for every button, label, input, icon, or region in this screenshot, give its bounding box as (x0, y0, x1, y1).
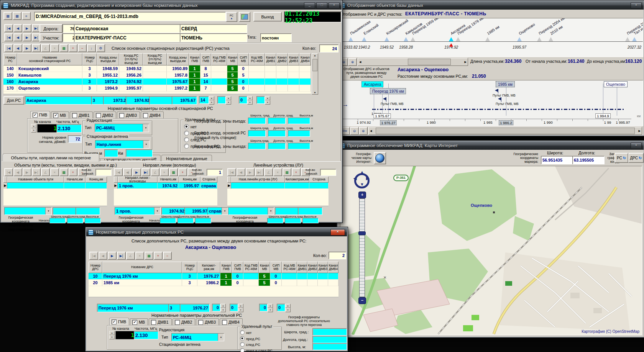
p1-object-combo[interactable]: ▼ (4, 207, 52, 215)
p2-line-combo[interactable]: 1 пров.▼ (115, 207, 161, 215)
p2-lat1[interactable] (160, 218, 176, 223)
longitude-field[interactable]: 63.195505 (572, 156, 605, 164)
table-row[interactable]: 140Кокшаровский31948.591949.521950.89185… (3, 65, 311, 72)
dop-rs-sip-mv-field[interactable] (256, 96, 265, 104)
checkbox-unchecked-icon[interactable] (151, 320, 156, 325)
p1-start-field[interactable] (53, 207, 77, 215)
spin-up-icon[interactable]: ▲ (31, 124, 36, 128)
geo-entry-lon-field[interactable] (268, 118, 286, 124)
prev-icon-button[interactable]: ◀ (13, 44, 22, 52)
geo-entry-h-field[interactable] (288, 118, 310, 124)
map-button[interactable] (239, 12, 250, 22)
table-row[interactable]: 201985 км31986.21050 (89, 280, 338, 286)
cancel-icon-button[interactable]: × (273, 168, 282, 176)
prev-icon-button[interactable]: ◀ (13, 33, 22, 41)
gear-icon-button[interactable]: ⚙ (96, 44, 105, 52)
band-tab-ДМВ2[interactable]: ДМВ2 (94, 111, 117, 119)
next-icon-button[interactable]: ▶ (23, 44, 31, 52)
p1-end-field[interactable] (76, 207, 100, 215)
band-tab-ДМВ3[interactable]: ДМВ3 (196, 318, 219, 326)
station-marker[interactable] (362, 37, 366, 41)
checkbox-unchecked-icon[interactable] (119, 113, 124, 118)
drs-ch-gmv-field[interactable]: 0 (212, 304, 220, 311)
last-icon-button[interactable]: ▶| (141, 168, 150, 176)
p2-h1[interactable] (195, 218, 211, 223)
close-icon[interactable]: × (330, 229, 345, 236)
station-marker[interactable] (456, 37, 460, 41)
km-icon-button[interactable]: ↓ (87, 44, 96, 52)
p1-h1[interactable] (85, 218, 101, 223)
spin-down-icon[interactable]: ▼ (226, 100, 231, 105)
band-tab-ДМВ3[interactable]: ДМВ3 (117, 111, 140, 119)
pan-right-icon[interactable]: ▶ (366, 176, 369, 180)
last-icon-button[interactable]: ▶| (255, 168, 264, 176)
band-tab-ДМВ4[interactable]: ДМВ4 (141, 111, 164, 119)
scroll-right-icon[interactable]: ▶ (463, 61, 468, 64)
band-tab-ДМВ2[interactable]: ДМВ2 (172, 318, 196, 326)
station-marker[interactable] (449, 37, 453, 41)
close-icon[interactable]: × (631, 2, 642, 9)
overview-scrollbar[interactable]: ◀ ▶ (358, 58, 468, 66)
scroll-right-icon[interactable]: ▶ (637, 129, 642, 133)
tab-track-objects[interactable]: Объекты пути, направл.линии на перегоне (3, 154, 99, 162)
checkbox-checked-icon[interactable]: ✓ (132, 320, 137, 325)
checkbox-unchecked-icon[interactable] (198, 320, 203, 325)
dop-rs-channel-mv-field[interactable]: 0 (239, 96, 247, 104)
prev-icon-button[interactable]: ◀ (13, 168, 22, 176)
titlebar[interactable]: Отображение объектов базы данных × (338, 1, 644, 10)
table-row[interactable]: 10Пеерезд 1976 км31976.271050 (89, 273, 338, 280)
p3-device-combo[interactable]: ▼ (228, 207, 274, 215)
stations-overview-diagram[interactable]: Пышминская1933.82Еланский1940.2Кокшаровс… (339, 18, 643, 57)
prev-icon-button[interactable]: ◀ (99, 252, 107, 260)
scroll-up-icon[interactable]: ▲ (314, 54, 316, 57)
zoom-in-2-button[interactable]: ⊕ (359, 127, 368, 135)
cancel-icon-button[interactable]: × (50, 168, 59, 176)
spin-up-icon[interactable]: ▲ (268, 304, 273, 308)
drs-ch-mv-field[interactable]: 0 (259, 304, 268, 311)
grid-icon-button[interactable]: ▦ (59, 44, 68, 52)
chevron-down-icon[interactable]: ▼ (218, 334, 224, 341)
grid-icon-button[interactable]: ▦ (145, 252, 153, 260)
station-marker[interactable] (549, 37, 553, 41)
close-icon[interactable]: × (329, 2, 340, 9)
checkbox-checked-icon[interactable]: ✓ (53, 113, 58, 118)
spin-up-icon[interactable]: ▲ (209, 96, 214, 100)
section-code-field[interactable]: ТЮМЕНЬ (180, 33, 247, 42)
drs-edit-name-field[interactable]: Пеерезд 1976 км (97, 304, 170, 312)
first-icon-button[interactable]: |◀ (89, 252, 98, 260)
prev-icon-button[interactable]: ◀ (123, 168, 132, 176)
next-icon-button[interactable]: ▶ (108, 252, 117, 260)
radio-option-нет[interactable]: нет (240, 329, 273, 336)
scroll-down-icon[interactable]: ▼ (314, 92, 316, 94)
next-icon-button[interactable]: ▶ (132, 168, 141, 176)
map-zoom-out-button[interactable]: − (358, 297, 366, 304)
spin-down-icon[interactable]: ▼ (265, 100, 270, 105)
checkbox-unchecked-icon[interactable] (143, 113, 148, 118)
table-row[interactable]: ▶1 пров.1974.921995.97справа (114, 183, 217, 189)
table-row[interactable]: ▶ (3, 183, 107, 189)
geo-entry-lat-field[interactable] (248, 118, 266, 124)
band-tab-МВ[interactable]: ✓МВ (130, 318, 148, 326)
checkbox-unchecked-icon[interactable] (222, 320, 227, 325)
prev-icon-button[interactable]: ◀ (13, 24, 22, 32)
dop-rs-channel-gmv-field[interactable]: 14 (199, 96, 209, 104)
spin-up-icon[interactable]: ▲ (220, 304, 226, 308)
dop-rs-coord4-field[interactable]: 1975.67 (172, 96, 197, 105)
spin-down-icon[interactable]: ▼ (31, 128, 36, 133)
chevron-down-icon[interactable]: ▼ (268, 208, 274, 214)
spin-up-icon[interactable]: ▲ (265, 96, 270, 100)
scroll-left-icon[interactable]: ◀ (358, 61, 362, 64)
section-name-field[interactable]: ЕКАТЕРИНБУРГ-ПАСС (74, 33, 181, 42)
band-tab-ГМВ[interactable]: ✓ГМВ (30, 111, 50, 118)
addrow-icon-button[interactable]: + (154, 252, 163, 260)
next-icon-button[interactable]: ▶ (23, 33, 31, 41)
station-marker[interactable] (485, 37, 490, 41)
addrow-icon-button[interactable]: + (69, 44, 77, 52)
spin-up-icon[interactable]: ▲ (226, 96, 231, 100)
geo-main-lon-field[interactable] (268, 130, 286, 137)
drs-sip-mv-field[interactable]: 0 (277, 304, 285, 311)
drs-freq-field[interactable]: 2.130 (134, 331, 158, 339)
drs-edit-km-field[interactable]: 1976.27 (180, 304, 210, 312)
antenna-km-field[interactable] (126, 149, 153, 157)
freq-field[interactable]: 2.130 (56, 124, 82, 133)
